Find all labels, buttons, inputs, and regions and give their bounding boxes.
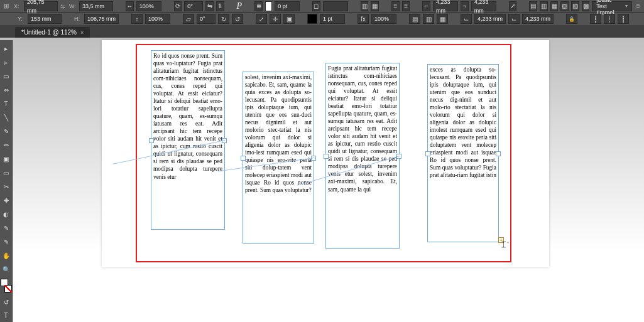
pen-tool[interactable]: ✎ [2,127,11,136]
fit-prop-icon[interactable]: ▣ [283,14,295,24]
w-label: W: [68,3,77,9]
align-center-icon[interactable]: ≡ [402,1,410,11]
type-indicator-icon: T [2,311,11,320]
paragraph-glyph: P [237,1,243,11]
rotate-ccw-icon[interactable]: ↺ [232,14,243,24]
frame-left-inset-icon: ⌙ [508,14,520,24]
frame-top-inset-icon: ⌐ [422,1,430,11]
text-frame-1[interactable]: Ro id quos nonse prent. Sum quas vo-lupt… [151,50,225,230]
align-group-6-icon[interactable]: ▩ [582,1,590,11]
text-frame-3[interactable]: Fugia prat alitaturiam fugitat istinctus… [325,63,400,249]
align-group-4-icon[interactable]: ▧ [560,1,569,11]
control-row-1: ⊞ X: 205,75 mm ⇋ W: 33,5 mm ↔ 100% ⟳ 0° … [0,0,644,13]
corner-field[interactable] [323,1,348,11]
bottom-inset-field[interactable]: 4,233 mm [474,14,506,24]
selection-tool[interactable]: ▸ [2,44,11,53]
rotate-field[interactable]: 0° [184,1,203,11]
hand-tool[interactable]: ✋ [2,251,11,260]
gradient-tool[interactable]: ◐ [2,210,11,218]
document-tab[interactable]: *Untitled-1 @ 112% × [15,27,90,38]
corner-options-icon[interactable]: ◻ [312,1,320,11]
stroke-field[interactable]: 1 pt [320,14,345,24]
dist-3-icon[interactable]: ┋ [618,14,629,24]
type-tool[interactable]: T [2,99,11,108]
scissors-tool[interactable]: ✂ [2,182,11,191]
pencil-tool[interactable]: ✏ [2,141,11,149]
columns-icon[interactable]: ≣ [254,1,263,11]
text-wrap-1-icon[interactable]: ▥ [361,1,369,11]
right-inset-field[interactable]: 4,233 mm [471,1,496,11]
note-tool[interactable]: ✎ [2,223,11,232]
scale-x-icon: ↔ [126,1,134,11]
autofit-icon[interactable]: ⤢ [509,1,517,11]
fill-stroke-swatches[interactable] [1,279,12,292]
document-tabstrip: *Untitled-1 @ 112% × [0,25,644,38]
rotate-cw-icon[interactable]: ↻ [218,14,229,24]
shear-icon: ▱ [183,14,194,24]
transform-tool[interactable]: ✥ [2,196,11,205]
zoom-tool[interactable]: 🔍 [2,265,11,274]
align-left-icon[interactable]: ≡ [391,1,400,11]
scale-x-field[interactable]: 100% [136,1,161,11]
align-group-3-icon[interactable]: ▦ [550,1,559,11]
w-field[interactable]: 33,5 mm [79,1,113,11]
align-group-1-icon[interactable]: ▤ [529,1,537,11]
scale-y-icon: ↕ [131,14,143,24]
stroke-swatch[interactable] [307,14,317,24]
flip-h-icon[interactable]: ⇋ [205,1,214,11]
frame-bottom-inset-icon: ⌙ [461,14,472,24]
opacity-field[interactable]: 100% [371,14,396,24]
scale-y-field[interactable]: 100% [145,14,170,24]
shear-field[interactable]: 0° [197,14,216,24]
eyedropper-tool[interactable]: ✎ [2,237,11,246]
fx-icon[interactable]: fx [357,14,369,24]
left-inset-field[interactable]: 4,233 mm [522,14,554,24]
gap-tool[interactable]: ⇔ [2,85,11,94]
rect-tool[interactable]: ▭ [2,168,11,177]
text-wrap-4-icon[interactable]: ▥ [423,14,434,24]
h-label: H: [73,16,82,22]
control-panel: ⊞ X: 205,75 mm ⇋ W: 33,5 mm ↔ 100% ⟳ 0° … [0,0,644,25]
stroke-weight-field[interactable]: 0 pt [275,1,300,11]
rotate-icon: ⟳ [174,1,182,11]
fill-swatch[interactable] [265,1,272,11]
dist-1-icon[interactable]: ┇ [590,14,601,24]
panel-menu-icon[interactable]: ≡ [635,1,641,11]
line-tool[interactable]: ╲ [2,113,11,122]
x-field[interactable]: 205,75 mm [24,1,58,11]
h-field[interactable]: 106,75 mm [84,14,119,24]
text-wrap-5-icon[interactable]: ▦ [437,14,448,24]
text-cursor-icon: ⌶⁺ [501,240,510,249]
text-wrap-2-icon[interactable]: ▦ [371,1,379,11]
object-style-dropdown[interactable]: [Basic Text Frame] [592,1,632,11]
direct-select-tool[interactable]: ▹ [2,58,11,67]
left-tool-strip: ▸ ▹ ▭ ⇔ T ╲ ✎ ✏ ▣ ▭ ✂ ✥ ◐ ✎ ✎ ✋ 🔍 ↺ T ▭ [0,38,13,322]
y-field[interactable]: 153 mm [28,14,62,24]
tab-close-icon[interactable]: × [80,30,84,36]
frame-right-inset-icon: ¬ [461,1,469,11]
control-row-2: ⊞ Y: 153 mm ⇋ H: 106,75 mm ↕ 100% ▱ 0° ↻… [0,13,644,25]
fit-content-icon[interactable]: ⤢ [256,14,267,24]
center-content-icon[interactable]: ✛ [270,14,281,24]
lock-inset-icon[interactable] [566,14,577,24]
reference-point-icon[interactable]: ⊞ [3,1,10,11]
text-frame-4[interactable]: exces as dolupta so-lecusant. Pa quodips… [427,64,499,242]
flip-v-icon[interactable]: ⥮ [216,1,224,11]
top-inset-field[interactable]: 4,233 mm [433,1,458,11]
dist-2-icon[interactable]: ┆ [604,14,615,24]
align-group-5-icon[interactable]: ▨ [571,1,579,11]
rect-frame-tool[interactable]: ▣ [2,154,11,163]
align-group-2-icon[interactable]: ▥ [540,1,548,11]
text-wrap-3-icon[interactable]: ▤ [409,14,420,24]
document-tab-title: *Untitled-1 @ 112% [21,29,77,36]
workspace: ▸ ▹ ▭ ⇔ T ╲ ✎ ✏ ▣ ▭ ✂ ✥ ◐ ✎ ✎ ✋ 🔍 ↺ T ▭ [0,38,644,322]
page-tool[interactable]: ▭ [2,72,11,80]
default-colors-icon[interactable]: ↺ [2,298,11,306]
x-label: X: [13,3,21,9]
text-frame-2[interactable]: solest, invenim axi-maximi, sapicabo. Et… [243,72,314,244]
y-label: Y: [16,16,25,22]
